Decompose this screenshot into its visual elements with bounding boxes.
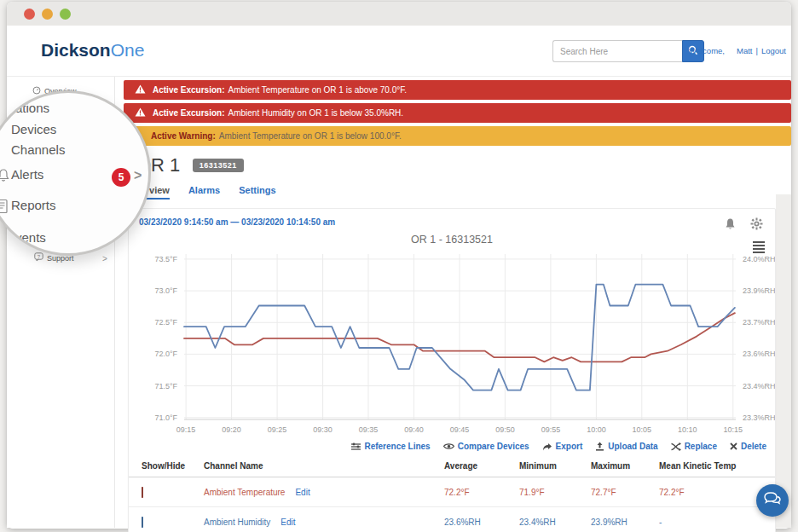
- sidebar-item-channels[interactable]: Channels: [11, 142, 65, 157]
- left-axis-tick-label: 73.0°F: [154, 286, 177, 295]
- gear-icon[interactable]: [750, 217, 763, 234]
- x-axis-tick-label: 09:20: [222, 425, 241, 434]
- logo-one: One: [111, 40, 145, 60]
- chart-title: OR 1 - 16313521: [129, 234, 775, 246]
- channel-name[interactable]: Ambient Temperature: [204, 488, 285, 497]
- banner-message: Ambient Temperature on OR 1 is below 100…: [219, 131, 402, 141]
- toggle-knob: [130, 489, 142, 501]
- chart-card: 03/23/2020 9:14:50 am — 03/23/2020 10:14…: [128, 208, 776, 532]
- mean-kinetic-temp-value: -: [659, 518, 775, 527]
- card-controls: [724, 217, 763, 234]
- support-icon: ?: [34, 252, 43, 263]
- upload-icon: [595, 442, 604, 451]
- sidebar-item-alerts[interactable]: Alerts: [11, 167, 43, 182]
- left-axis-tick-label: 72.0°F: [154, 350, 177, 358]
- tab-settings[interactable]: Settings: [239, 185, 275, 200]
- upload-data-button[interactable]: Upload Data: [595, 442, 657, 451]
- right-axis-tick-label: 24.0%RH: [743, 255, 775, 263]
- action-label: Replace: [685, 442, 717, 451]
- right-axis-tick-label: 23.9%RH: [743, 286, 775, 295]
- line-chart[interactable]: 09:1509:2009:2509:3009:3509:4009:4509:50…: [129, 247, 775, 438]
- table-row-ambient-humidity: On Ambient HumidityEdit 23.6%RH 23.4%RH …: [129, 507, 775, 532]
- main-content: Active Excursion: Ambient Temperature on…: [115, 77, 791, 528]
- x-axis-tick-label: 09:55: [541, 425, 561, 434]
- col-minimum: Minimum: [519, 461, 591, 471]
- bell-icon[interactable]: [724, 217, 737, 234]
- left-axis-tick-label: 71.0°F: [154, 413, 177, 422]
- banner-message: Ambient Temperature on OR 1 is above 70.…: [228, 85, 406, 95]
- x-axis-tick-label: 09:35: [359, 425, 379, 434]
- chat-widget-button[interactable]: [756, 484, 789, 517]
- compare-devices-button[interactable]: Compare Devices: [443, 442, 529, 451]
- average-value: 23.6%RH: [444, 518, 519, 527]
- minimum-value: 23.4%RH: [519, 518, 591, 527]
- search-input[interactable]: [552, 40, 682, 62]
- export-button[interactable]: Export: [542, 442, 583, 451]
- table-header-row: Show/Hide Channel Name Average Minimum M…: [129, 461, 775, 477]
- tab-alarms[interactable]: Alarms: [188, 185, 220, 200]
- x-axis-tick-label: 10:15: [724, 425, 743, 434]
- reference-lines-button[interactable]: Reference Lines: [351, 442, 430, 451]
- right-axis-tick-label: 23.7%RH: [743, 318, 775, 327]
- dicksonone-logo[interactable]: DicksonOne: [41, 40, 144, 61]
- table-row-ambient-temperature: On Ambient TemperatureEdit 72.2°F 71.9°F…: [129, 477, 775, 507]
- active-excursion-banner-2[interactable]: Active Excursion: Ambient Humidity on OR…: [124, 103, 791, 123]
- delete-button[interactable]: Delete: [730, 442, 766, 451]
- user-name-link[interactable]: Matt: [737, 46, 752, 55]
- edit-link[interactable]: Edit: [295, 488, 309, 497]
- close-window-button[interactable]: [24, 9, 35, 20]
- support-chevron-icon[interactable]: >: [102, 254, 107, 263]
- maximize-window-button[interactable]: [60, 9, 71, 20]
- app-header: DicksonOne Welcome, Matt | Logout: [7, 26, 791, 77]
- alerts-bell-icon: [0, 168, 10, 186]
- right-axis-tick-label: 23.3%RH: [743, 413, 775, 422]
- logo-dickson: Dickson: [41, 40, 111, 60]
- edit-link[interactable]: Edit: [280, 518, 295, 527]
- svg-text:?: ?: [38, 254, 41, 259]
- titlebar: [7, 2, 791, 26]
- minimize-window-button[interactable]: [42, 9, 53, 20]
- device-heading: OR 1 16313521: [136, 154, 791, 176]
- banner-label: Active Excursion:: [153, 108, 224, 118]
- col-average: Average: [444, 461, 519, 471]
- active-excursion-banner-1[interactable]: Active Excursion: Ambient Temperature on…: [124, 80, 791, 100]
- action-label: Upload Data: [608, 442, 657, 451]
- sidebar-item-devices[interactable]: Devices: [11, 122, 56, 136]
- toggle-on-label: On: [147, 521, 158, 529]
- x-axis-tick-label: 10:05: [633, 425, 652, 434]
- search-bar: [552, 40, 704, 62]
- right-axis-tick-label: 23.6%RH: [743, 350, 775, 358]
- banner-label: Active Warning:: [151, 131, 216, 141]
- replace-icon: [671, 442, 681, 451]
- active-warning-banner[interactable]: Active Warning: Ambient Temperature on O…: [124, 126, 791, 146]
- col-show-hide: Show/Hide: [142, 461, 204, 471]
- chat-bubbles-icon: [763, 491, 782, 510]
- x-axis-tick-label: 10:00: [587, 425, 606, 434]
- alerts-chevron-icon[interactable]: >: [134, 168, 142, 183]
- x-axis-tick-label: 09:15: [176, 425, 196, 434]
- logout-link[interactable]: Logout: [761, 46, 786, 55]
- show-hide-toggle-humidity[interactable]: On: [142, 517, 143, 528]
- right-axis-tick-label: 23.4%RH: [743, 382, 775, 390]
- x-axis-tick-label: 09:45: [450, 425, 470, 434]
- x-axis-tick-label: 09:25: [268, 425, 287, 434]
- browser-window: DicksonOne Welcome, Matt | Logout: [7, 2, 791, 529]
- warning-triangle-icon: [135, 84, 146, 95]
- x-axis-tick-label: 09:50: [495, 425, 515, 434]
- replace-button[interactable]: Replace: [671, 442, 717, 451]
- toggle-knob: [130, 518, 142, 531]
- toggle-on-label: On: [147, 491, 158, 500]
- warning-triangle-icon: [135, 107, 146, 119]
- channel-name[interactable]: Ambient Humidity: [204, 518, 270, 527]
- date-range-link[interactable]: 03/23/2020 9:14:50 am — 03/23/2020 10:14…: [139, 217, 775, 227]
- user-links: Matt | Logout: [737, 46, 786, 55]
- chart-menu-icon[interactable]: [753, 241, 765, 255]
- action-label: Reference Lines: [364, 442, 430, 451]
- action-label: Export: [556, 442, 583, 451]
- average-value: 72.2°F: [444, 488, 519, 497]
- sidebar-item-reports[interactable]: Reports: [11, 198, 56, 212]
- banner-message: Ambient Humidity on OR 1 is below 35.0%R…: [228, 108, 403, 118]
- alerts-count-badge: 5: [112, 168, 130, 187]
- show-hide-toggle-temperature[interactable]: On: [142, 487, 143, 498]
- reports-document-icon: [0, 199, 9, 217]
